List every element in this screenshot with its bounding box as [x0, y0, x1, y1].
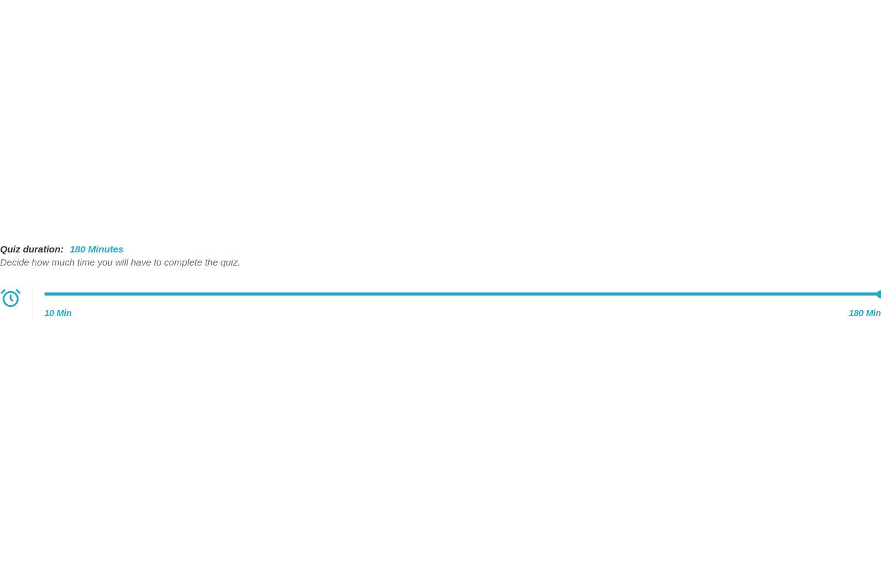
duration-description: Decide how much time you will have to co… — [0, 257, 881, 267]
duration-value: 180 Minutes — [70, 244, 124, 254]
slider-min-label: 10 Min — [44, 308, 72, 318]
duration-label: Quiz duration: — [0, 244, 64, 254]
quiz-duration-section: Quiz duration: 180 Minutes Decide how mu… — [0, 244, 881, 320]
duration-header: Quiz duration: 180 Minutes — [0, 244, 881, 254]
clock-icon — [0, 287, 21, 309]
slider-row: 10 Min 180 Min — [0, 286, 881, 320]
slider-labels: 10 Min 180 Min — [44, 308, 881, 318]
duration-slider-container: 10 Min 180 Min — [44, 286, 881, 318]
slider-max-label: 180 Min — [849, 308, 881, 318]
duration-slider[interactable] — [44, 292, 881, 296]
clock-icon-container — [0, 286, 33, 320]
duration-slider-thumb[interactable] — [877, 290, 881, 298]
